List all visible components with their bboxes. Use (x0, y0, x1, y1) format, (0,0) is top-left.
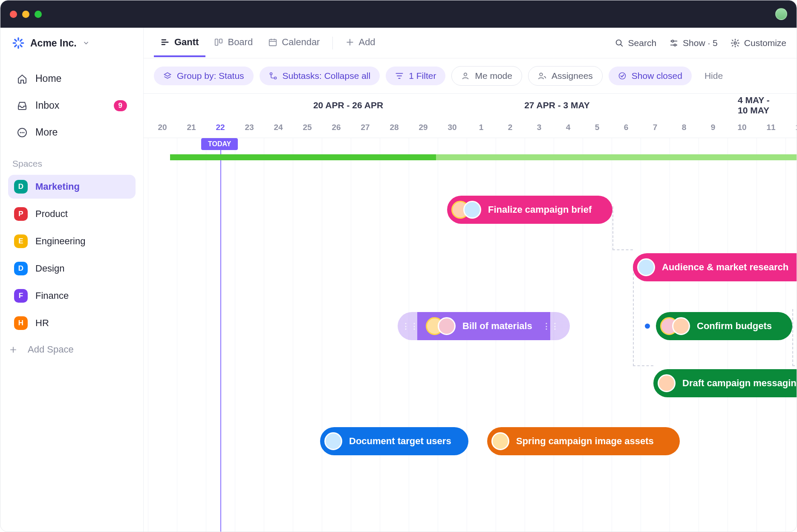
add-space-button[interactable]: ＋ Add Space (0, 335, 143, 364)
users-icon (538, 72, 546, 80)
sidebar-space-finance[interactable]: FFinance (8, 284, 136, 308)
day-header[interactable]: 10 (728, 117, 757, 138)
show-button[interactable]: Show · 5 (669, 38, 718, 48)
avatar[interactable] (463, 201, 481, 219)
search-icon (615, 38, 624, 48)
task-bar[interactable]: Draft campaign messaging & copy (653, 369, 797, 397)
day-header[interactable]: 26 (322, 117, 351, 138)
gantt-chart[interactable]: 20 APR - 26 APR27 APR - 3 MAY4 MAY - 10 … (144, 94, 797, 532)
day-header[interactable]: 11 (757, 117, 785, 138)
day-header[interactable]: 22 (206, 117, 235, 138)
task-label: Audience & market research (662, 262, 788, 273)
day-header[interactable]: 7 (641, 117, 670, 138)
task-bar[interactable]: Finalize campaign brief (447, 196, 612, 224)
sidebar-space-hr[interactable]: HHR (8, 311, 136, 335)
sidebar: Acme Inc. Home Inbox 9 More Spaces DMark… (0, 28, 144, 532)
day-header[interactable]: 9 (699, 117, 728, 138)
task-label: Bill of materials (462, 321, 532, 332)
workspace-switcher[interactable]: Acme Inc. (0, 28, 143, 58)
close-window-icon[interactable] (10, 11, 17, 18)
drag-handle-icon[interactable]: ⋮⋮ (543, 321, 560, 331)
subtasks-button[interactable]: Subtasks: Collapse all (260, 66, 380, 85)
avatar[interactable] (658, 374, 676, 392)
filter-button[interactable]: 1 Filter (386, 66, 445, 85)
avatar[interactable] (324, 432, 342, 450)
day-header[interactable]: 5 (583, 117, 612, 138)
view-tabs: Gantt Board Calendar Add Search (144, 28, 797, 58)
day-header[interactable]: 24 (264, 117, 293, 138)
sidebar-space-product[interactable]: PProduct (8, 202, 136, 226)
day-header[interactable]: 6 (612, 117, 641, 138)
day-header[interactable]: 8 (670, 117, 699, 138)
today-marker-line[interactable] (220, 150, 221, 532)
day-header[interactable]: 27 (351, 117, 380, 138)
show-closed-button[interactable]: Show closed (609, 66, 692, 85)
tab-add-view[interactable]: Add (339, 29, 382, 57)
tab-label: Board (228, 37, 253, 48)
pill-label: Subtasks: Collapse all (283, 71, 371, 81)
assignee-avatars[interactable] (658, 374, 676, 392)
tab-gantt[interactable]: Gantt (154, 29, 205, 57)
task-bar[interactable]: Spring campaign image assets (487, 427, 680, 455)
space-list: DMarketingPProductEEngineeringDDesignFFi… (0, 175, 143, 335)
day-header[interactable]: 30 (438, 117, 467, 138)
day-header[interactable]: 4 (554, 117, 583, 138)
day-header[interactable]: 20 (148, 117, 177, 138)
gridline (351, 138, 351, 532)
day-header[interactable]: 12 (785, 117, 797, 138)
tab-board[interactable]: Board (207, 29, 260, 57)
tab-calendar[interactable]: Calendar (261, 29, 326, 57)
sidebar-item-inbox[interactable]: Inbox 9 (7, 95, 136, 116)
search-button[interactable]: Search (615, 38, 657, 48)
day-header[interactable]: 1 (467, 117, 496, 138)
today-marker-label: TODAY (201, 138, 238, 150)
day-header[interactable]: 25 (293, 117, 322, 138)
day-header[interactable]: 23 (235, 117, 264, 138)
check-circle-icon (618, 72, 627, 80)
sidebar-space-design[interactable]: DDesign (8, 257, 136, 280)
assignee-avatars[interactable] (324, 432, 342, 450)
avatar[interactable] (491, 432, 509, 450)
task-bar[interactable]: Document target users (320, 427, 468, 455)
assignee-avatars[interactable] (491, 432, 509, 450)
avatar[interactable] (672, 317, 690, 335)
assignees-button[interactable]: Assignees (528, 66, 603, 86)
sidebar-item-more[interactable]: More (7, 121, 136, 143)
current-user-avatar[interactable] (775, 8, 787, 20)
sidebar-space-engineering[interactable]: EEngineering (8, 229, 136, 253)
sidebar-space-marketing[interactable]: DMarketing (8, 175, 136, 199)
day-header[interactable]: 21 (177, 117, 206, 138)
gantt-grid[interactable]: TODAYFinalize campaign briefAudience & m… (144, 138, 797, 532)
plus-icon: ＋ (6, 342, 20, 357)
me-mode-button[interactable]: Me mode (451, 66, 522, 86)
maximize-window-icon[interactable] (35, 11, 42, 18)
task-label: Finalize campaign brief (488, 204, 592, 215)
day-header[interactable]: 3 (525, 117, 554, 138)
assignee-avatars[interactable] (451, 201, 481, 219)
day-header[interactable]: 28 (380, 117, 409, 138)
day-header[interactable]: 29 (409, 117, 438, 138)
group-by-button[interactable]: Group by: Status (154, 66, 254, 85)
svg-point-10 (734, 42, 736, 44)
space-badge-icon: H (14, 316, 28, 330)
task-bar[interactable]: Audience & market research (633, 253, 797, 281)
task-bar[interactable]: Confirm budgets (656, 312, 792, 340)
assignee-avatars[interactable] (660, 317, 690, 335)
space-label: Design (35, 263, 64, 274)
space-label: HR (35, 318, 49, 329)
app-logo-icon (12, 37, 24, 49)
day-header[interactable]: 2 (496, 117, 525, 138)
assignee-avatars[interactable] (426, 317, 456, 335)
hide-filters-button[interactable]: Hide (705, 71, 723, 81)
minimize-window-icon[interactable] (22, 11, 29, 18)
sidebar-item-home[interactable]: Home (7, 68, 136, 90)
customize-button[interactable]: Customize (731, 38, 786, 48)
assignee-avatars[interactable] (637, 258, 655, 276)
avatar[interactable] (637, 258, 655, 276)
gridline (293, 138, 293, 532)
drag-handle-icon[interactable]: ⋮⋮ (402, 321, 419, 331)
task-bar[interactable]: ⋮⋮Bill of materials⋮⋮ (398, 312, 570, 340)
avatar[interactable] (438, 317, 456, 335)
milestone-dot[interactable] (645, 324, 650, 329)
sidebar-nav: Home Inbox 9 More (0, 58, 143, 143)
